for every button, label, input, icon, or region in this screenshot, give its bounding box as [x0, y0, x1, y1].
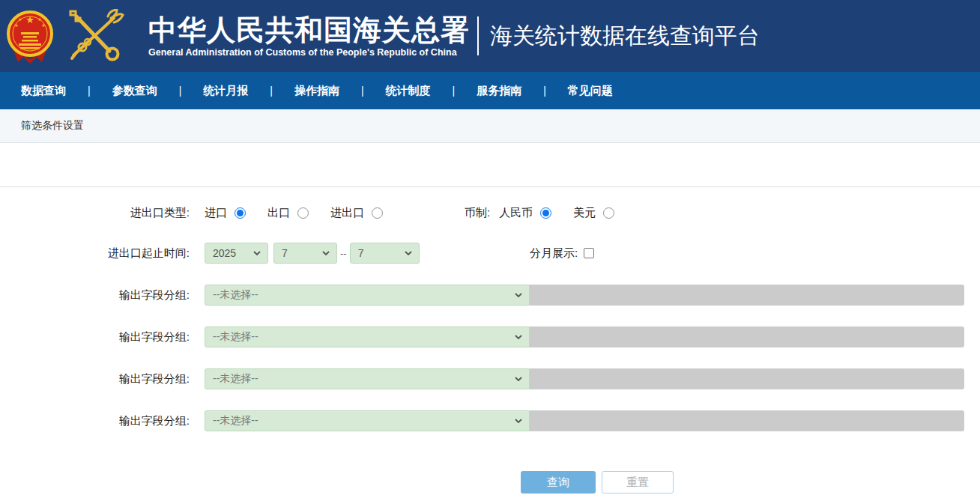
- monthly-display-group: 分月展示:: [530, 246, 594, 261]
- output-group-controls: --未选择--: [205, 285, 964, 306]
- time-range-controls: 2025 7 -- 7: [205, 243, 420, 264]
- output-group-label: 输出字段分组:: [0, 330, 190, 344]
- nav-separator: |: [453, 85, 456, 97]
- chevron-down-icon: [515, 377, 522, 381]
- customs-logo-icon: [66, 9, 126, 63]
- radio-icon[interactable]: [297, 207, 309, 219]
- chevron-down-icon: [253, 251, 261, 255]
- svg-text:★: ★: [14, 23, 18, 28]
- radio-option-label: 人民币: [499, 206, 533, 220]
- nav-separator: |: [361, 85, 364, 97]
- output-group-controls: --未选择--: [205, 410, 964, 431]
- output-group-select-4[interactable]: --未选择--: [205, 410, 530, 431]
- output-group-value: --未选择--: [213, 330, 258, 344]
- radio-option-label: 出口: [267, 206, 290, 220]
- output-group-controls: --未选择--: [205, 368, 964, 389]
- output-group-value: --未选择--: [213, 372, 258, 386]
- radio-option-import-export[interactable]: 进出口: [330, 206, 383, 220]
- chevron-down-icon: [322, 251, 330, 255]
- output-group-row: 输出字段分组: --未选择--: [0, 285, 980, 306]
- svg-text:★: ★: [25, 14, 34, 25]
- reset-button[interactable]: 重置: [602, 471, 674, 494]
- monthly-display-checkbox[interactable]: [584, 248, 594, 258]
- chevron-down-icon: [515, 419, 522, 423]
- chevron-down-icon: [515, 293, 522, 297]
- radio-option-label: 进出口: [330, 206, 364, 220]
- nav-item-monthly-report[interactable]: 统计月报: [203, 84, 248, 98]
- output-group-label: 输出字段分组:: [0, 288, 190, 303]
- nav-item-service-guide[interactable]: 服务指南: [477, 84, 521, 98]
- output-group-select-2[interactable]: --未选择--: [205, 327, 530, 347]
- output-group-label: 输出字段分组:: [0, 372, 190, 386]
- range-separator: --: [340, 248, 347, 259]
- trade-type-row: 进出口类型: 进口 出口 进出口 币制: 人民币 美元: [0, 202, 980, 223]
- radio-option-rmb[interactable]: 人民币: [499, 206, 551, 220]
- monthly-display-label: 分月展示:: [530, 246, 578, 261]
- breadcrumb-bar: 筛选条件设置: [0, 109, 980, 143]
- start-year-select[interactable]: 2025: [205, 243, 268, 264]
- nav-item-data-query[interactable]: 数据查询: [21, 84, 66, 98]
- radio-option-label: 进口: [205, 206, 227, 220]
- end-month-select[interactable]: 7: [350, 243, 420, 264]
- svg-text:★: ★: [37, 17, 41, 22]
- platform-title: 海关统计数据在线查询平台: [490, 21, 760, 52]
- national-emblem-icon: ★ ★ ★ ★ ★: [6, 7, 54, 65]
- output-group-label: 输出字段分组:: [0, 414, 190, 428]
- output-group-controls: --未选择--: [205, 327, 964, 347]
- output-group-detail-input-2: [530, 327, 964, 347]
- currency-label: 币制:: [465, 206, 490, 220]
- svg-text:★: ★: [41, 23, 45, 28]
- nav-item-param-query[interactable]: 参数查询: [112, 84, 157, 98]
- svg-text:★: ★: [18, 17, 22, 22]
- start-year-value: 2025: [213, 247, 236, 259]
- radio-option-usd[interactable]: 美元: [573, 206, 614, 220]
- chevron-down-icon: [405, 251, 412, 255]
- nav-item-faq[interactable]: 常见问题: [568, 84, 613, 98]
- radio-option-label: 美元: [573, 206, 596, 220]
- output-group-row: 输出字段分组: --未选择--: [0, 368, 980, 389]
- output-group-value: --未选择--: [213, 414, 258, 428]
- header-divider: [477, 16, 479, 55]
- radio-icon[interactable]: [603, 207, 614, 219]
- nav-item-operation-guide[interactable]: 操作指南: [294, 84, 339, 98]
- chevron-down-icon: [515, 335, 522, 339]
- output-group-select-3[interactable]: --未选择--: [205, 368, 530, 389]
- output-group-detail-input-4: [530, 410, 964, 431]
- start-month-select[interactable]: 7: [273, 243, 337, 264]
- time-range-label: 进出口起止时间:: [0, 246, 190, 261]
- output-group-row: 输出字段分组: --未选择--: [0, 410, 980, 431]
- form-actions: 查询 重置: [521, 471, 980, 494]
- main-nav: 数据查询 | 参数查询 | 统计月报 | 操作指南 | 统计制度 | 服务指南 …: [0, 72, 980, 109]
- filter-form: 进出口类型: 进口 出口 进出口 币制: 人民币 美元: [0, 186, 980, 494]
- org-title-block: 中华人民共和国海关总署 General Administration of Cu…: [148, 14, 470, 58]
- trade-type-label: 进出口类型:: [0, 206, 190, 220]
- radio-icon[interactable]: [235, 207, 246, 219]
- output-group-row: 输出字段分组: --未选择--: [0, 327, 980, 347]
- header: ★ ★ ★ ★ ★ 中华人民共和国海关总署 General Administra…: [0, 0, 980, 72]
- start-month-value: 7: [282, 247, 288, 259]
- spacer: [0, 143, 980, 186]
- radio-icon[interactable]: [540, 207, 551, 219]
- output-group-select-1[interactable]: --未选择--: [205, 285, 530, 306]
- nav-separator: |: [179, 85, 182, 97]
- end-month-value: 7: [358, 247, 364, 259]
- nav-separator: |: [88, 85, 91, 97]
- radio-option-export[interactable]: 出口: [267, 206, 309, 220]
- time-range-row: 进出口起止时间: 2025 7 -- 7 分月展示:: [0, 243, 980, 264]
- output-group-detail-input-3: [530, 368, 964, 389]
- query-button[interactable]: 查询: [521, 471, 596, 494]
- output-group-detail-input-1: [530, 285, 964, 306]
- currency-group: 币制: 人民币 美元: [465, 206, 636, 220]
- nav-separator: |: [270, 85, 273, 97]
- nav-item-statistics-system[interactable]: 统计制度: [386, 84, 431, 98]
- page-title: 筛选条件设置: [21, 119, 84, 133]
- trade-type-options: 进口 出口 进出口: [205, 206, 405, 220]
- radio-icon[interactable]: [372, 207, 383, 219]
- output-group-value: --未选择--: [213, 288, 258, 302]
- nav-separator: |: [543, 85, 546, 97]
- org-subtitle: General Administration of Customs of the…: [148, 47, 470, 58]
- radio-option-import[interactable]: 进口: [205, 206, 246, 220]
- org-title: 中华人民共和国海关总署: [148, 14, 470, 47]
